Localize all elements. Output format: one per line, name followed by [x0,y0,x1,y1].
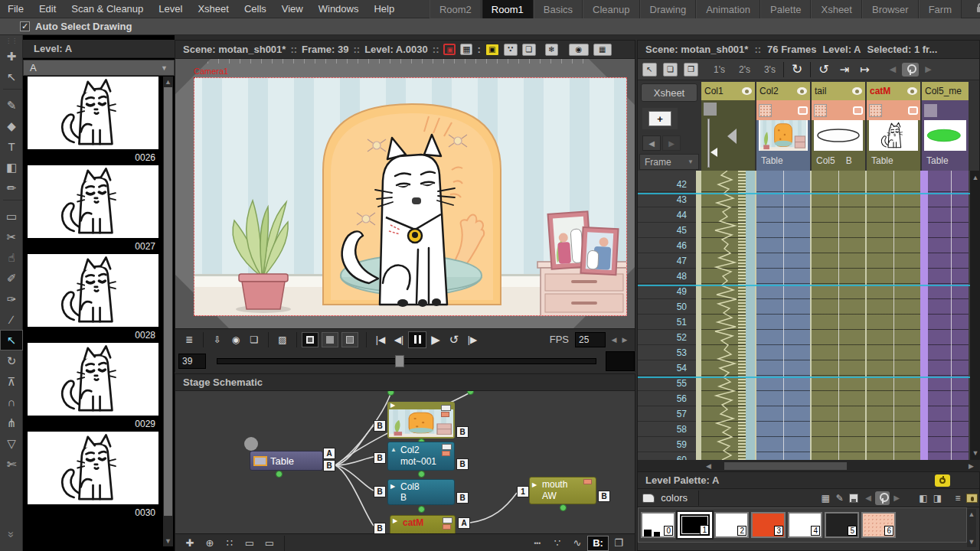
menu-view[interactable]: View [274,0,311,18]
normalize-icon[interactable]: ∷ [220,536,240,551]
scroll-right-icon[interactable]: ▶ [966,462,976,470]
reframe-icon[interactable]: ↺ [818,62,828,77]
schematic-node-background[interactable]: ▶ [387,402,455,439]
camera-capture-icon[interactable]: ◉ [227,331,245,348]
preview-icon[interactable]: ◉ [569,44,589,56]
frame-row[interactable]: 46 [638,238,696,253]
menu-file[interactable]: File [0,0,31,18]
camera-view-icon[interactable]: ▣ [443,44,456,55]
toggle-style-value-icon[interactable]: ◨ [930,491,945,505]
filter-icon[interactable] [798,106,808,115]
toggle-style-name-icon[interactable]: ◧ [916,491,931,505]
mouth-in-port[interactable]: 1 [517,486,529,497]
new-raster-level-icon[interactable]: ❏ [663,63,678,77]
room-tab-browser[interactable]: Browser [862,0,919,18]
scroll-up-icon[interactable]: ▲ [163,78,173,86]
finger-tool[interactable]: ☝ [0,247,23,268]
frame-row[interactable]: 51 [638,315,696,330]
volume-slider-track[interactable] [707,119,710,168]
selection-tool[interactable]: ↖ [0,67,23,87]
fps-increment[interactable]: ▶ [619,331,630,348]
key-icon[interactable] [902,63,919,77]
camstand-toggle[interactable] [924,104,937,117]
volume-slider-thumb[interactable] [710,148,717,157]
loop-button[interactable]: ↺ [445,331,463,348]
col5-cells[interactable] [922,171,969,460]
room-tab-room1[interactable]: Room1 [482,0,534,18]
magnet-tool[interactable]: ∩ [0,392,23,412]
animate-tool[interactable]: ✚ [0,46,23,67]
room-tab-xsheet[interactable]: Xsheet [811,0,861,18]
camstand-view-mode-button[interactable] [322,332,338,347]
grid-view-icon[interactable]: ▦ [460,44,472,55]
bg-node-out-port[interactable]: B [456,426,469,438]
level-frame-thumbnail[interactable] [28,254,158,327]
col2-in-port[interactable]: B [374,452,386,464]
auto-select-drawing-checkbox[interactable]: ✓ [20,21,30,31]
column-header-col2[interactable]: Col2 Table [756,82,810,171]
eraser-tool[interactable]: ▭ [0,206,23,227]
level-strip-scrollbar[interactable]: ▲ ▼ [163,77,173,546]
frame-row[interactable]: 43 [638,192,696,207]
schematic-node-col2[interactable]: ▲ Col2mot~001 [387,442,455,471]
menu-edit[interactable]: Edit [31,0,64,18]
play-button[interactable]: ▶ [426,331,445,348]
eye-icon[interactable] [742,87,752,95]
palette-lock-power-button[interactable] [935,474,950,487]
col2-cells[interactable] [756,171,810,460]
prev-frame-nav[interactable]: ◀ [642,135,661,151]
node-expand-icon[interactable]: ▶ [390,481,395,492]
prev-key-icon[interactable]: ◀ [861,491,876,505]
frame-row[interactable]: 48 [638,269,696,284]
room-tab-palette[interactable]: Palette [760,0,811,18]
scroll-down-icon[interactable]: ▼ [163,537,173,545]
thumbnail-toggle[interactable] [759,104,772,117]
tape-tool[interactable]: ✂ [0,227,23,247]
catm-in-port[interactable]: B [374,523,386,533]
xsheet-horizontal-scrollbar[interactable]: ◀ ▶ [638,460,980,472]
schematic-canvas[interactable]: Table A B ▶ B B ▲ Col2mot~001 B B ▶ Col8… [175,391,635,533]
previous-frame-button[interactable]: ◀| [390,331,408,348]
eye-icon[interactable] [852,87,862,95]
style-swatch-0[interactable]: 0 [641,512,675,538]
step-3-button[interactable]: 3's [764,64,776,75]
fit-to-window-icon[interactable]: ✚ [180,536,200,551]
pause-button[interactable] [408,331,426,348]
frame-row[interactable]: 52 [638,330,696,345]
room-tab-basics[interactable]: Basics [534,0,583,18]
options-list-icon[interactable]: ≡ [951,491,965,505]
frame-row[interactable]: 45 [638,223,696,238]
node-collapse-icon[interactable]: ▲ [390,444,397,455]
tail-cells[interactable] [812,171,865,460]
menu-help[interactable]: Help [366,0,402,18]
column-header-catm[interactable]: catM Table [867,82,920,171]
level-combo[interactable]: A ▼ [23,60,175,76]
frame-display-dropdown[interactable]: Frame▼ [639,154,699,170]
col8-in-port[interactable]: B [374,486,386,497]
switch-output-port-button[interactable]: B: [587,536,609,551]
menu-cells[interactable]: Cells [237,0,274,18]
frame-slider-thumb[interactable] [395,355,404,367]
fps-field[interactable]: 25 [575,332,606,347]
sub-camera-preview-icon[interactable]: ▦ [593,44,612,56]
style-swatch-6[interactable]: 6 [861,512,896,538]
speaker-icon[interactable] [721,132,723,146]
frame-row[interactable]: 60 [638,452,696,460]
frame-slider[interactable] [217,358,596,364]
frame-row[interactable]: 55 [638,376,696,391]
capture-icon[interactable]: ⇩ [208,331,227,348]
frame-row[interactable]: 47 [638,253,696,269]
define-subcamera-icon[interactable]: ▨ [273,331,292,348]
minimize-nodes-icon[interactable]: ▭ [260,536,279,551]
save-palette-icon[interactable] [847,491,861,505]
toolbar-drag-handle[interactable]: ⋮⋮ [0,35,23,46]
scroll-down-icon[interactable]: ▼ [970,449,980,457]
col2-out-port[interactable]: B [456,458,469,470]
thumbnail-toggle[interactable] [869,104,882,117]
style-swatch-3[interactable]: 3 [751,512,786,538]
brush-tool[interactable]: ✎ [0,95,23,116]
next-key-icon[interactable]: ▶ [925,64,931,74]
key-icon[interactable] [875,491,890,505]
catm-cells[interactable] [867,171,920,460]
style-swatch-4[interactable]: 4 [788,512,822,538]
